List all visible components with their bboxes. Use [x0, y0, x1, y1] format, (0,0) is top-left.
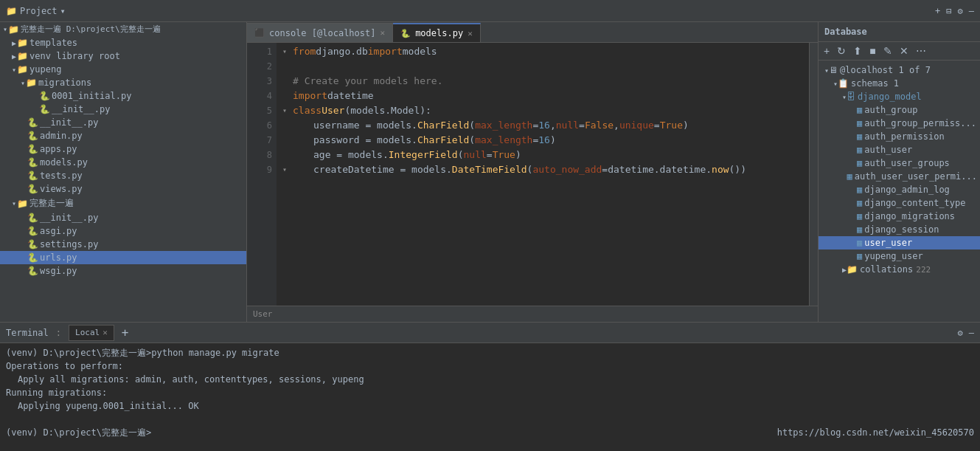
- terminal-close-icon[interactable]: —: [969, 328, 974, 338]
- sidebar-item-root[interactable]: ▾ 📁 完整走一遍 D:\project\完整走一遍: [0, 22, 246, 36]
- sidebar-item-templates[interactable]: ▶ 📁 templates: [0, 36, 246, 49]
- py-file-icon: 🐍: [27, 144, 38, 154]
- table-grid-icon: ▦: [857, 105, 862, 115]
- db-collations-item[interactable]: ▶ 📁 collations 222: [819, 263, 980, 276]
- sidebar-item-migrations[interactable]: ▾ 📁 migrations: [0, 76, 246, 89]
- code-line-4: import datetime: [282, 89, 803, 103]
- sidebar-item-venv[interactable]: ▶ 📁 venv library root: [0, 49, 246, 63]
- sidebar-item-init2[interactable]: 🐍 __init__.py: [0, 103, 246, 116]
- sidebar-item-wsgi[interactable]: 🐍 wsgi.py: [0, 264, 246, 278]
- table-name: auth_group: [864, 105, 917, 115]
- add-terminal-btn[interactable]: +: [122, 326, 129, 340]
- schemas-icon: 📋: [838, 78, 849, 89]
- terminal-line-6: [6, 413, 974, 426]
- templates-folder-icon: 📁: [16, 38, 28, 48]
- db-upload-btn[interactable]: ⬆: [851, 44, 864, 58]
- tab-models[interactable]: 🐍 models.py ✕: [393, 23, 481, 42]
- sidebar-item-settings[interactable]: 🐍 settings.py: [0, 238, 246, 251]
- terminal-line-3: Apply all migrations: admin, auth, conte…: [6, 373, 974, 386]
- sidebar-item-apps[interactable]: 🐍 apps.py: [0, 142, 246, 156]
- sidebar-item-0001[interactable]: 🐍 0001_initial.py: [0, 89, 246, 103]
- terminal-label: Terminal: [6, 328, 49, 338]
- terminal-content[interactable]: (venv) D:\project\完整走一遍>python manage.py…: [0, 343, 980, 451]
- db-table-item[interactable]: ▦ django_admin_log: [819, 183, 980, 196]
- sidebar-item-asgi[interactable]: 🐍 asgi.py: [0, 224, 246, 238]
- table-name: auth_group_permiss...: [864, 118, 976, 128]
- console-icon: ⬛: [254, 28, 265, 38]
- fold-btn-5[interactable]: ▾: [282, 103, 290, 118]
- tab-console[interactable]: ⬛ console [@localhost] ✕: [247, 23, 393, 42]
- top-bar: 📁 Project ▾ + ⊟ ⚙ —: [0, 0, 980, 22]
- code-line-8: age = models. IntegerField ( null = True…: [282, 148, 803, 162]
- table-name: user_user: [864, 238, 912, 248]
- py-file-icon: 🐍: [27, 226, 38, 236]
- db-table-item[interactable]: ▦ auth_permission: [819, 130, 980, 143]
- db-table-item[interactable]: ▦ user_user: [819, 236, 980, 249]
- table-name: auth_user_groups: [864, 158, 950, 168]
- sidebar-item-yupeng[interactable]: ▾ 📁 yupeng: [0, 63, 246, 76]
- code-content[interactable]: ▾ from django.db import models # Create …: [277, 43, 809, 306]
- table-grid-icon: ▦: [857, 238, 862, 248]
- db-stop-btn[interactable]: ■: [867, 44, 878, 58]
- terminal-tab-local[interactable]: Local ✕: [69, 325, 114, 341]
- scrollbar[interactable]: [809, 43, 818, 306]
- db-table-item[interactable]: ▦ yupeng_user: [819, 249, 980, 263]
- sidebar-item-admin[interactable]: 🐍 admin.py: [0, 129, 246, 142]
- code-line-7: password = models. CharField ( max_lengt…: [282, 133, 803, 148]
- close-terminal-icon[interactable]: ✕: [102, 328, 108, 337]
- table-grid-icon: ▦: [857, 118, 862, 128]
- db-django-model-item[interactable]: ▾ 🗄 django_model: [819, 90, 980, 103]
- add-icon[interactable]: +: [935, 6, 940, 16]
- project-title[interactable]: 📁 Project ▾: [6, 6, 66, 16]
- terminal-tab-bar: Terminal : Local ✕ + ⚙ —: [0, 323, 980, 343]
- code-line-3: # Create your models here.: [282, 74, 803, 89]
- migrations-folder-icon: 📁: [25, 78, 37, 88]
- layout-icon[interactable]: ⊟: [946, 6, 951, 16]
- db-refresh-btn[interactable]: ↻: [835, 44, 848, 58]
- py-file-icon: 🐍: [27, 131, 38, 141]
- table-name: auth_user: [864, 145, 912, 155]
- table-name: django_admin_log: [864, 185, 950, 195]
- db-table-item[interactable]: ▦ django_content_type: [819, 196, 980, 210]
- db-more-btn[interactable]: ⋯: [914, 44, 928, 58]
- fold-btn-1[interactable]: ▾: [282, 44, 290, 59]
- py-file-icon: 🐍: [38, 104, 50, 114]
- sidebar-item-models[interactable]: 🐍 models.py: [0, 156, 246, 169]
- code-line-5: ▾ class User ( models .Model):: [282, 103, 803, 118]
- db-table-item[interactable]: ▦ auth_group_permiss...: [819, 117, 980, 130]
- sidebar-item-proj[interactable]: ▾ 📁 完整走一遍: [0, 196, 246, 211]
- py-file-icon: 🐍: [27, 157, 38, 168]
- minimize-icon[interactable]: —: [969, 6, 974, 16]
- table-name: django_migrations: [864, 211, 955, 221]
- table-grid-icon: ▦: [857, 158, 862, 168]
- fold-btn-9[interactable]: ▾: [282, 162, 290, 177]
- db-table-item[interactable]: ▦ auth_group: [819, 103, 980, 117]
- db-host-item[interactable]: ▾ 🖥 @localhost 1 of 7: [819, 63, 980, 77]
- db-schemas-item[interactable]: ▾ 📋 schemas 1: [819, 77, 980, 90]
- sidebar-item-urls[interactable]: 🐍 urls.py: [0, 251, 246, 264]
- db-add-btn[interactable]: +: [821, 44, 832, 58]
- editor-footer: User: [247, 306, 818, 322]
- close-tab-console[interactable]: ✕: [380, 28, 386, 38]
- db-delete-btn[interactable]: ✕: [897, 44, 911, 58]
- folder-icon: 📁: [6, 6, 17, 16]
- terminal-line-7: (venv) D:\project\完整走一遍> https://blog.cs…: [6, 426, 974, 439]
- sidebar-item-views[interactable]: 🐍 views.py: [0, 182, 246, 196]
- close-tab-models[interactable]: ✕: [468, 29, 473, 38]
- sidebar-item-tests[interactable]: 🐍 tests.py: [0, 169, 246, 182]
- database-panel-header: Database: [819, 22, 980, 42]
- sidebar-item-init3[interactable]: 🐍 __init__.py: [0, 211, 246, 224]
- terminal-settings-icon[interactable]: ⚙: [958, 328, 963, 338]
- db-table-item[interactable]: ▦ auth_user_user_permi...: [819, 170, 980, 183]
- db-table-item[interactable]: ▦ auth_user: [819, 143, 980, 156]
- db-table-item[interactable]: ▦ django_session: [819, 223, 980, 236]
- sidebar-item-init1[interactable]: 🐍 __init__.py: [0, 116, 246, 129]
- db-table-item[interactable]: ▦ django_migrations: [819, 210, 980, 223]
- settings-icon[interactable]: ⚙: [958, 6, 963, 16]
- py-file-icon: 🐍: [27, 184, 38, 194]
- project-dropdown-icon[interactable]: ▾: [60, 6, 66, 16]
- table-grid-icon: ▦: [857, 131, 862, 142]
- db-schema-icon: 🗄: [847, 92, 855, 102]
- db-table-item[interactable]: ▦ auth_user_groups: [819, 156, 980, 170]
- db-edit-btn[interactable]: ✎: [881, 44, 894, 58]
